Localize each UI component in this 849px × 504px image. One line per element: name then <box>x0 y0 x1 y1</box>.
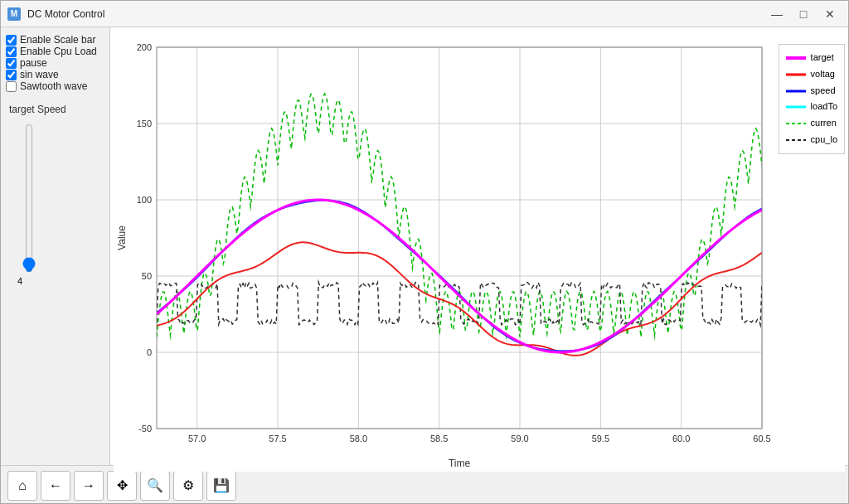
main-layout: Enable Scale barEnable Cpu Loadpausesin … <box>1 27 848 465</box>
legend-item-voltag: voltag <box>786 66 837 83</box>
legend-item-target: target <box>786 50 837 66</box>
legend-item-cpu_lo: cpu_lo <box>786 132 837 148</box>
close-button[interactable]: ✕ <box>818 2 842 26</box>
checkbox-row-cb-pause: pause <box>6 57 104 69</box>
slider-container: 4 <box>6 124 104 458</box>
cb-scalebar-label: Enable Scale bar <box>20 34 95 46</box>
checkbox-row-cb-scalebar: Enable Scale bar <box>6 34 104 46</box>
legend-label-cpu_lo: cpu_lo <box>811 132 837 148</box>
cb-cpuload-checkbox[interactable] <box>6 46 17 57</box>
checkbox-row-cb-cpuload: Enable Cpu Load <box>6 46 104 57</box>
cb-sinwave-checkbox[interactable] <box>6 70 17 80</box>
back-button[interactable]: ← <box>41 471 70 501</box>
chart-wrapper: targetvoltagspeedloadTocurrencpu_lo <box>110 27 848 475</box>
legend-line-speed <box>786 83 806 99</box>
window-controls: — □ ✕ <box>765 2 842 26</box>
legend-item-loadTo: loadTo <box>786 99 837 115</box>
cb-sawtooth-label: Sawtooth wave <box>20 80 87 92</box>
cb-pause-checkbox[interactable] <box>6 58 17 69</box>
slider-value: 4 <box>17 276 22 286</box>
cb-sinwave-label: sin wave <box>20 69 59 80</box>
chart-canvas <box>114 34 845 472</box>
checkbox-row-cb-sinwave: sin wave <box>6 69 104 80</box>
cb-pause-label: pause <box>20 57 47 69</box>
chart-area: targetvoltagspeedloadTocurrencpu_lo <box>110 27 848 465</box>
cb-cpuload-label: Enable Cpu Load <box>20 46 97 57</box>
home-button[interactable]: ⌂ <box>7 471 37 501</box>
legend-item-curren: curren <box>786 115 837 132</box>
legend-label-speed: speed <box>811 83 836 99</box>
legend-label-loadTo: loadTo <box>811 99 837 115</box>
legend-item-speed: speed <box>786 83 837 99</box>
legend-label-target: target <box>811 50 834 66</box>
legend-line-curren <box>786 115 806 132</box>
legend-box: targetvoltagspeedloadTocurrencpu_lo <box>779 44 845 154</box>
app-icon: M <box>7 7 21 21</box>
forward-button[interactable]: → <box>74 471 104 501</box>
window-title: DC Motor Control <box>27 8 759 20</box>
legend-label-curren: curren <box>811 115 837 132</box>
sidebar: Enable Scale barEnable Cpu Loadpausesin … <box>1 27 110 465</box>
cb-scalebar-checkbox[interactable] <box>6 35 17 46</box>
title-bar: M DC Motor Control — □ ✕ <box>1 1 848 27</box>
cb-sawtooth-checkbox[interactable] <box>6 81 17 92</box>
checkbox-row-cb-sawtooth: Sawtooth wave <box>6 80 104 92</box>
minimize-button[interactable]: — <box>765 2 788 26</box>
legend-line-cpu_lo <box>786 132 806 148</box>
legend-line-voltag <box>786 66 806 83</box>
legend-label-voltag: voltag <box>811 66 835 83</box>
legend-line-loadTo <box>786 99 806 115</box>
legend-line-target <box>786 50 806 66</box>
target-speed-label: target Speed <box>6 102 104 117</box>
speed-slider[interactable] <box>19 124 39 273</box>
maximize-button[interactable]: □ <box>792 2 815 26</box>
